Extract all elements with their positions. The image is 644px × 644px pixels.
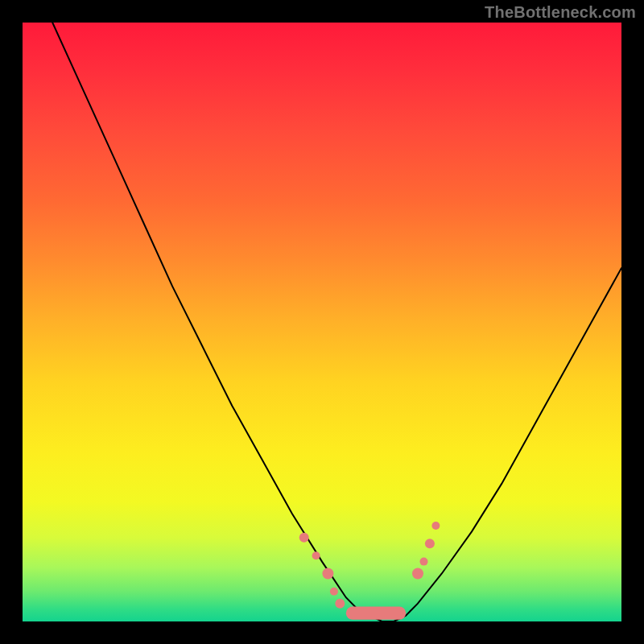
curve-marker bbox=[425, 539, 435, 548]
watermark-label: TheBottleneck.com bbox=[485, 3, 636, 22]
bottom-pill bbox=[346, 606, 406, 619]
marker-group bbox=[299, 522, 440, 620]
curve-svg bbox=[23, 23, 621, 621]
curve-marker bbox=[330, 588, 338, 596]
chart-frame: TheBottleneck.com bbox=[0, 0, 644, 644]
curve-marker bbox=[412, 568, 423, 580]
curve-marker bbox=[431, 522, 440, 530]
curve-marker bbox=[312, 551, 320, 559]
plot-area bbox=[23, 23, 621, 621]
curve-marker bbox=[299, 533, 309, 543]
curve-marker bbox=[322, 568, 333, 580]
bottleneck-curve bbox=[52, 23, 621, 621]
curve-marker bbox=[335, 599, 345, 609]
curve-marker bbox=[420, 558, 428, 566]
